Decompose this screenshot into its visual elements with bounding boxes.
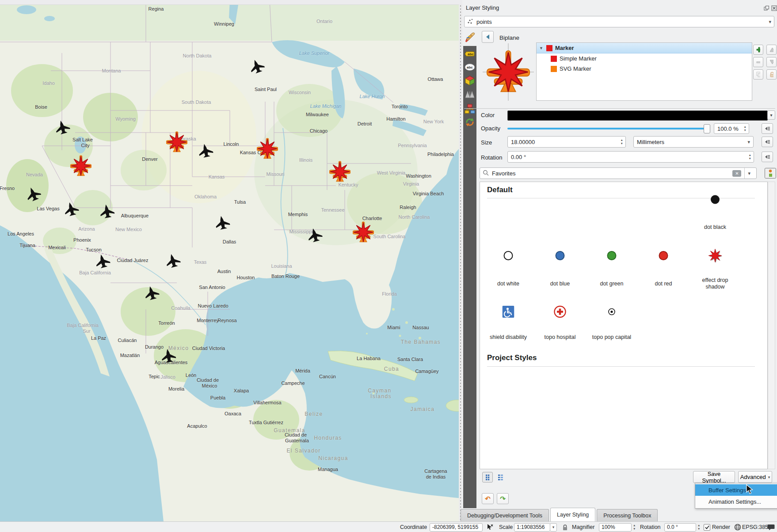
- airplane-marker: [25, 186, 41, 203]
- symbol-tree[interactable]: ▼MarkerSimple MarkerSVG Marker: [536, 42, 752, 101]
- symbol-dot-red[interactable]: [658, 250, 669, 263]
- lock-colors-button[interactable]: [766, 69, 777, 80]
- clear-search-icon[interactable]: ✕: [732, 170, 741, 177]
- browser-scrollbar[interactable]: [768, 182, 775, 469]
- symbol-browser[interactable]: Default dot blackdot whitedot bluedot gr…: [480, 182, 768, 469]
- diagrams-icon[interactable]: [465, 89, 475, 100]
- redo-button[interactable]: ↷: [497, 493, 509, 504]
- airplane-marker: [160, 348, 176, 365]
- rotation-data-define-button[interactable]: [762, 152, 773, 162]
- coordinate-input[interactable]: -8206399, 5199155: [430, 523, 483, 532]
- list-view-toggle[interactable]: [495, 472, 506, 483]
- map-label: Wyoming: [115, 116, 136, 122]
- remove-symbol-layer-button[interactable]: [753, 57, 763, 67]
- symbol-topo-hospital[interactable]: [553, 305, 567, 320]
- opacity-slider-handle[interactable]: [704, 124, 710, 133]
- symbol-dot-green[interactable]: [606, 250, 617, 263]
- advanced-button[interactable]: Advanced ▾: [738, 471, 772, 483]
- tab-processing-toolbox[interactable]: Processing Toolbox: [597, 509, 658, 521]
- section-header-project-styles: Project Styles: [487, 353, 537, 362]
- map-label: Memphis: [288, 212, 308, 217]
- spinner-arrows[interactable]: ▲▼: [632, 524, 637, 530]
- symbol-effect-drop-shadow[interactable]: [707, 248, 723, 265]
- color-swatch-button[interactable]: [507, 110, 768, 121]
- menu-item[interactable]: Buffer Settings...: [695, 484, 777, 496]
- map-label: Coahuila: [171, 305, 190, 311]
- search-filter-dropdown[interactable]: ▾: [744, 168, 754, 179]
- map-label: Belize: [305, 411, 323, 417]
- rotation-spinbox[interactable]: 0.0 °: [664, 523, 696, 532]
- float-panel-icon[interactable]: [764, 5, 770, 11]
- map-canvas[interactable]: ReginaWinnipegOntarioLake SuperiorNorth …: [0, 0, 462, 521]
- move-up-button[interactable]: [766, 45, 777, 55]
- symbol-dot-white[interactable]: [503, 250, 514, 263]
- expander-icon[interactable]: ▼: [539, 46, 544, 50]
- map-label: Ottawa: [428, 76, 443, 82]
- mouse-cursor: [746, 484, 755, 495]
- undo-button[interactable]: ↶: [482, 493, 494, 504]
- move-down-button[interactable]: [766, 57, 777, 67]
- map-label: Louisiana: [271, 263, 292, 269]
- menu-item[interactable]: Animation Settings...: [695, 496, 777, 507]
- extents-pointer-icon[interactable]: [486, 522, 494, 532]
- map-label: Missouri: [267, 171, 285, 177]
- attributes-form-icon[interactable]: [465, 103, 475, 114]
- coordinate-label: Coordinate: [400, 522, 427, 532]
- opacity-spinbox[interactable]: 100.0 % ▲▼: [714, 123, 749, 134]
- map-label: Santa Clara: [397, 357, 423, 362]
- map-label: North Carolina: [399, 214, 430, 220]
- symbol-tree-row[interactable]: Simple Marker: [537, 53, 752, 64]
- map-label: Villahermosa: [253, 400, 281, 405]
- map-label: Cartagena: [424, 468, 447, 474]
- masks-icon[interactable]: abc: [465, 62, 475, 72]
- symbol-search-input[interactable]: Favorites ✕ ▾: [480, 167, 757, 179]
- tab-layer-styling[interactable]: Layer Styling: [550, 508, 595, 521]
- symbol-dot-black[interactable]: [709, 194, 721, 207]
- airplane-marker: [63, 201, 79, 218]
- panel-splitter[interactable]: [459, 4, 462, 521]
- symbol-tree-row[interactable]: ▼Marker: [537, 43, 752, 53]
- size-unit-combo[interactable]: Millimeters ▾: [633, 136, 754, 148]
- opacity-data-define-button[interactable]: [762, 123, 773, 134]
- rotation-spinbox[interactable]: 0.00 ° ▲▼: [507, 151, 754, 163]
- spinner-arrows[interactable]: ▲▼: [742, 125, 749, 132]
- symbol-label: topo pop capital: [590, 334, 633, 341]
- back-button[interactable]: [482, 31, 494, 43]
- lock-icon[interactable]: [562, 522, 568, 532]
- symbol-label: dot green: [590, 281, 633, 287]
- divider: [487, 366, 755, 367]
- labels-icon[interactable]: abc: [465, 49, 475, 59]
- style-manager-button[interactable]: a: [765, 168, 776, 179]
- symbology-icon[interactable]: [465, 32, 476, 45]
- map-label: de Indias: [426, 474, 446, 479]
- opacity-slider[interactable]: [507, 128, 710, 129]
- icon-view-toggle[interactable]: [482, 472, 493, 483]
- spinner-arrows[interactable]: ▲▼: [696, 524, 701, 530]
- color-dropdown-arrow[interactable]: ▾: [767, 110, 775, 120]
- map-label: Wisconsin: [289, 90, 311, 95]
- duplicate-layer-button[interactable]: [753, 69, 763, 80]
- tab-debugging-development-tools[interactable]: Debugging/Development Tools: [461, 509, 549, 521]
- add-symbol-layer-button[interactable]: [753, 45, 763, 55]
- spinner-arrows[interactable]: ▲▼: [747, 154, 754, 160]
- size-data-define-button[interactable]: [762, 137, 773, 147]
- scale-combo[interactable]: 1:19083556: [514, 523, 550, 532]
- symbol-dot-blue[interactable]: [554, 250, 566, 263]
- render-checkbox[interactable]: [704, 524, 710, 531]
- symbol-tree-row[interactable]: SVG Marker: [537, 64, 752, 74]
- close-panel-icon[interactable]: [771, 5, 777, 11]
- layer-selector[interactable]: points ▾: [464, 16, 774, 27]
- map-label: Kansas: [209, 174, 225, 179]
- messages-icon[interactable]: [767, 522, 775, 532]
- history-icon[interactable]: [465, 117, 475, 127]
- save-symbol-button[interactable]: Save Symbol...: [693, 471, 735, 483]
- map-label: Charlotte: [362, 216, 382, 221]
- size-spinbox[interactable]: 18.00000 ▲▼: [507, 136, 626, 148]
- magnifier-spinbox[interactable]: 100%: [599, 523, 632, 532]
- redo-icon: ↷: [500, 495, 506, 503]
- scale-dropdown-arrow[interactable]: ▾: [550, 523, 557, 532]
- 3d-view-icon[interactable]: [465, 75, 475, 86]
- spinner-arrows[interactable]: ▲▼: [618, 139, 625, 145]
- symbol-shield-disability[interactable]: [503, 306, 514, 319]
- symbol-topo-pop-capital[interactable]: [607, 308, 616, 318]
